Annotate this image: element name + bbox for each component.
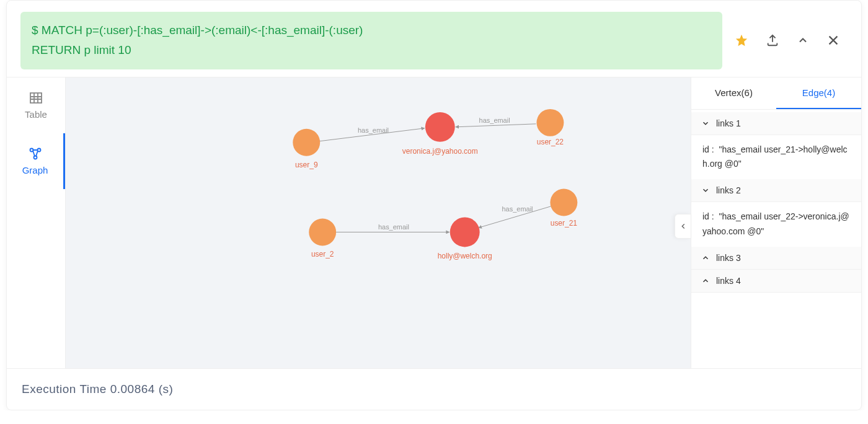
collapse-button[interactable] [797, 34, 809, 46]
node-label: user_2 [311, 250, 334, 258]
svg-rect-0 [30, 93, 42, 103]
id-value: "has_email user_21->holly@welch.org @0" [702, 144, 848, 169]
close-icon [826, 33, 840, 47]
graph-icon [28, 146, 43, 161]
export-button[interactable] [766, 33, 779, 47]
links-list: links 1 id : "has_email user_21->holly@w… [691, 110, 861, 368]
node-user-21[interactable] [550, 188, 577, 216]
edge[interactable] [456, 123, 536, 126]
node-user-9[interactable] [293, 128, 320, 156]
link-header-1[interactable]: links 1 [691, 112, 861, 135]
node-veronica[interactable] [425, 112, 455, 141]
chevron-down-icon [701, 119, 710, 128]
graph-canvas[interactable]: has_email has_email user_9 veronica.j@ya… [66, 77, 691, 368]
graph-svg: has_email has_email user_9 veronica.j@ya… [66, 77, 691, 368]
link-header-4[interactable]: links 4 [691, 270, 861, 293]
link-title: links 3 [716, 253, 741, 263]
node-label: user_9 [295, 160, 318, 169]
query-line-1: $ MATCH p=(:user)-[:has_email]->(:email)… [32, 20, 711, 40]
link-title: links 2 [716, 185, 741, 195]
favorite-button[interactable] [735, 33, 748, 47]
chevron-up-icon [797, 34, 809, 46]
edge-label: has_email [378, 223, 409, 231]
result-panel: $ MATCH p=(:user)-[:has_email]->(:email)… [6, 0, 862, 410]
node-label: veronica.j@yahoo.com [402, 146, 478, 155]
tab-edge[interactable]: Edge(4) [776, 77, 861, 109]
node-label: holly@welch.org [438, 252, 492, 260]
node-user-22[interactable] [536, 108, 564, 136]
footer: Execution Time 0.00864 (s) [7, 368, 861, 410]
tab-table-label: Table [25, 109, 47, 120]
edge-label: has_email [479, 116, 510, 123]
id-label: id : [702, 211, 714, 221]
node-label: user_22 [537, 137, 564, 146]
link-title: links 1 [716, 118, 741, 128]
link-title: links 4 [716, 276, 741, 286]
link-header-3[interactable]: links 3 [691, 247, 861, 270]
chevron-left-icon [679, 222, 688, 231]
sidebar-tabs: Vertex(6) Edge(4) [691, 77, 861, 110]
sidebar-collapse-handle[interactable] [675, 214, 691, 239]
star-icon [735, 33, 748, 47]
header-actions [735, 33, 848, 47]
query-box: $ MATCH p=(:user)-[:has_email]->(:email)… [20, 12, 722, 69]
node-holly[interactable] [450, 217, 480, 247]
tab-graph[interactable]: Graph [7, 133, 65, 189]
table-icon [29, 91, 43, 105]
header: $ MATCH p=(:user)-[:has_email]->(:email)… [7, 1, 861, 77]
node-user-2[interactable] [309, 218, 336, 245]
close-button[interactable] [826, 33, 840, 47]
edge-label: has_email [502, 205, 533, 212]
query-line-2: RETURN p limit 10 [32, 40, 711, 60]
sidebar: Vertex(6) Edge(4) links 1 id : "has_emai… [691, 77, 861, 368]
link-detail-1: id : "has_email user_21->holly@welch.org… [691, 135, 861, 180]
chevron-up-icon [701, 254, 710, 262]
body: Table Graph has_email ha [7, 77, 861, 368]
tab-table[interactable]: Table [7, 77, 65, 133]
chevron-up-icon [701, 276, 710, 285]
tab-graph-label: Graph [22, 165, 48, 175]
view-tabs: Table Graph [7, 77, 66, 368]
execution-time: Execution Time 0.00864 (s) [22, 382, 173, 395]
link-header-2[interactable]: links 2 [691, 179, 861, 202]
id-value: "has_email user_22->veronica.j@yahoo.com… [702, 211, 849, 236]
link-detail-2: id : "has_email user_22->veronica.j@yaho… [691, 202, 861, 247]
edge-label: has_email [358, 126, 389, 133]
export-icon [766, 33, 779, 47]
chevron-down-icon [701, 186, 710, 195]
id-label: id : [702, 144, 714, 154]
node-label: user_21 [551, 219, 578, 227]
tab-vertex[interactable]: Vertex(6) [691, 77, 776, 109]
